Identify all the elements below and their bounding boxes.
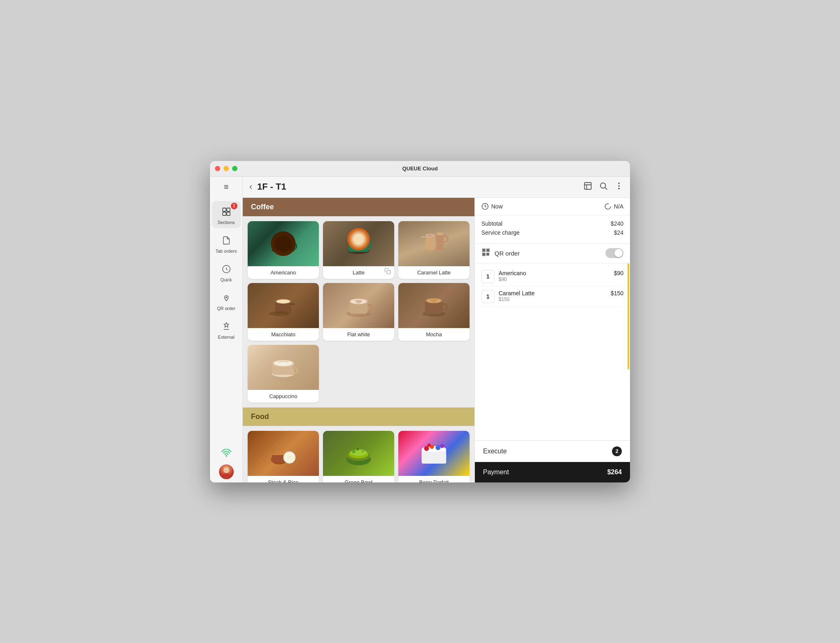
subtotal-row: Subtotal $240	[481, 220, 623, 227]
menu-item-latte[interactable]: Latte	[323, 221, 394, 279]
svg-point-66	[436, 445, 440, 450]
subtotal-label: Subtotal	[481, 220, 502, 227]
svg-rect-1	[227, 208, 230, 211]
menu-item-caramel-latte[interactable]: Caramel Latte	[398, 221, 470, 279]
order-footer: Execute 2 Payment $264	[475, 440, 630, 482]
quick-icon	[219, 262, 234, 276]
service-charge-label: Service charge	[481, 229, 519, 236]
svg-point-26	[350, 236, 367, 241]
subtotal-value: $240	[611, 220, 623, 227]
minimize-button[interactable]	[224, 166, 229, 171]
search-icon[interactable]	[599, 181, 608, 192]
caramel-latte-details: Caramel Latte $150	[499, 290, 607, 302]
food2-name: Green Bowl	[323, 476, 394, 482]
caramel-latte-order-name: Caramel Latte	[499, 290, 607, 297]
page-title: 1F - T1	[257, 181, 286, 192]
traffic-lights	[215, 166, 237, 171]
caramel-latte-total: $150	[611, 290, 623, 297]
coffee-category-header: Coffee	[243, 198, 474, 216]
quick-label: Quick	[220, 277, 232, 282]
external-icon	[219, 319, 234, 334]
time-selector[interactable]: Now	[481, 203, 601, 210]
svg-point-35	[276, 299, 290, 303]
payment-button[interactable]: Payment $264	[475, 462, 630, 482]
cappuccino-name: Cappuccino	[248, 390, 319, 403]
svg-rect-10	[585, 182, 592, 189]
americano-qty[interactable]: 1	[481, 270, 495, 283]
execute-button[interactable]: Execute 2	[475, 441, 630, 462]
menu-item-americano[interactable]: Americano	[248, 221, 319, 279]
window-title: QUEUE Cloud	[402, 165, 438, 172]
svg-rect-19	[274, 239, 292, 251]
flat-white-name: Flat white	[323, 328, 394, 341]
svg-line-14	[605, 188, 607, 190]
menu-item-cappuccino[interactable]: Cappuccino	[248, 345, 319, 403]
sidebar-item-tab-orders[interactable]: Tab orders	[212, 230, 241, 257]
svg-point-16	[618, 185, 620, 187]
caramel-latte-name: Caramel Latte	[398, 266, 470, 279]
menu-panel: Coffee	[243, 198, 474, 482]
svg-point-32	[436, 232, 444, 235]
sidebar: ≡ 1 Sections	[210, 177, 243, 482]
svg-point-18	[272, 247, 295, 253]
fullscreen-button[interactable]	[232, 166, 237, 171]
svg-rect-0	[223, 208, 226, 211]
payment-label: Payment	[483, 469, 509, 476]
qr-order-toggle[interactable]	[605, 248, 623, 258]
caramel-latte-unit-price: $150	[499, 297, 607, 302]
menu-item-mocha[interactable]: Mocha	[398, 283, 470, 341]
qr-order-sidebar-label: QR order	[217, 306, 235, 311]
back-button[interactable]: ‹	[249, 181, 252, 192]
svg-point-6	[226, 455, 227, 457]
svg-rect-28	[426, 235, 435, 250]
americano-unit-price: $90	[499, 276, 610, 282]
caramel-latte-qty[interactable]: 1	[481, 290, 495, 303]
sections-badge: 1	[231, 203, 237, 209]
content-split: Coffee	[243, 198, 630, 482]
external-label: External	[218, 335, 234, 340]
mocha-name: Mocha	[398, 328, 470, 341]
latte-name: Latte	[323, 266, 394, 279]
more-icon[interactable]	[614, 181, 623, 192]
svg-point-22	[278, 238, 289, 241]
americano-order-name: Americano	[499, 270, 610, 276]
svg-point-64	[424, 446, 429, 451]
sidebar-item-external[interactable]: External	[212, 316, 241, 343]
svg-point-61	[357, 448, 359, 451]
menu-item-food2[interactable]: Green Bowl	[323, 431, 394, 482]
menu-item-food1[interactable]: Steak & Rice	[248, 431, 319, 482]
tab-orders-icon	[219, 233, 234, 248]
avatar[interactable]	[219, 464, 234, 479]
menu-toggle-button[interactable]: ≡	[219, 180, 234, 195]
svg-point-68	[427, 444, 431, 447]
menu-item-flat-white[interactable]: Flat white	[323, 283, 394, 341]
svg-point-21	[276, 237, 291, 242]
svg-point-5	[226, 297, 227, 298]
qr-code-icon	[481, 248, 490, 259]
na-label: N/A	[614, 203, 623, 210]
svg-point-67	[440, 444, 444, 448]
americano-name: Americano	[248, 266, 319, 279]
menu-item-food3[interactable]: Berry Parfait	[398, 431, 470, 482]
americano-total: $90	[614, 270, 623, 276]
svg-rect-75	[483, 254, 485, 255]
order-header: Now N/A	[475, 198, 630, 215]
order-item-caramel-latte[interactable]: 1 Caramel Latte $150 $150	[481, 287, 623, 307]
sidebar-item-sections[interactable]: 1 Sections	[212, 201, 241, 228]
na-selector[interactable]: N/A	[604, 203, 623, 210]
time-label: Now	[491, 203, 503, 210]
sidebar-item-qr-order[interactable]: QR order	[212, 287, 241, 314]
svg-rect-3	[227, 212, 230, 215]
svg-rect-73	[483, 249, 485, 251]
copy-icon-latte[interactable]	[384, 268, 391, 276]
food3-name: Berry Parfait	[398, 476, 470, 482]
food-category-header: Food	[243, 408, 474, 426]
execute-count: 2	[612, 446, 622, 456]
close-button[interactable]	[215, 166, 220, 171]
sidebar-item-quick[interactable]: Quick	[212, 258, 241, 285]
svg-point-17	[618, 188, 620, 189]
layout-icon[interactable]	[583, 181, 592, 192]
menu-item-macchiato[interactable]: Macchiato	[248, 283, 319, 341]
qr-order-sidebar-icon	[219, 290, 234, 305]
order-item-americano[interactable]: 1 Americano $90 $90	[481, 267, 623, 287]
